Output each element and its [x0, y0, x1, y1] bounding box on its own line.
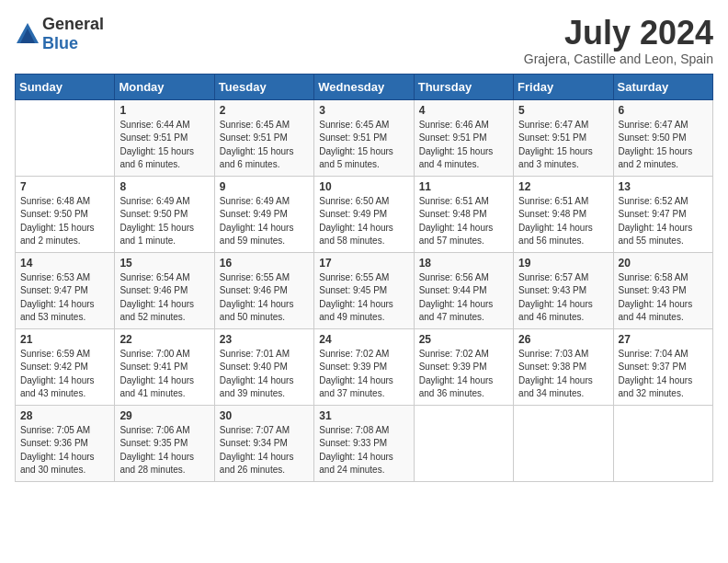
- day-number: 27: [619, 333, 708, 346]
- day-info: Sunrise: 6:47 AM Sunset: 9:51 PM Dayligh…: [518, 119, 608, 172]
- day-info: Sunrise: 7:00 AM Sunset: 9:41 PM Dayligh…: [119, 348, 209, 401]
- day-number: 15: [119, 257, 209, 270]
- logo-icon: [15, 21, 40, 47]
- day-info: Sunrise: 6:51 AM Sunset: 9:48 PM Dayligh…: [419, 195, 508, 248]
- calendar-cell: 5Sunrise: 6:47 AM Sunset: 9:51 PM Daylig…: [514, 99, 613, 176]
- day-number: 16: [220, 257, 309, 270]
- day-number: 2: [220, 104, 309, 117]
- day-number: 3: [319, 104, 408, 117]
- day-info: Sunrise: 7:01 AM Sunset: 9:40 PM Dayligh…: [220, 348, 309, 401]
- week-row-4: 21Sunrise: 6:59 AM Sunset: 9:42 PM Dayli…: [16, 328, 713, 405]
- day-number: 30: [220, 409, 309, 422]
- calendar-cell: [414, 405, 513, 481]
- title-block: July 2024 Grajera, Castille and Leon, Sp…: [524, 15, 713, 66]
- calendar-cell: 6Sunrise: 6:47 AM Sunset: 9:50 PM Daylig…: [613, 99, 712, 176]
- calendar-cell: 13Sunrise: 6:52 AM Sunset: 9:47 PM Dayli…: [613, 176, 712, 252]
- column-header-saturday: Saturday: [613, 74, 712, 99]
- calendar-cell: 22Sunrise: 7:00 AM Sunset: 9:41 PM Dayli…: [115, 328, 214, 405]
- day-number: 5: [518, 104, 608, 117]
- day-number: 6: [619, 104, 708, 117]
- calendar-cell: 8Sunrise: 6:49 AM Sunset: 9:50 PM Daylig…: [115, 176, 214, 252]
- day-info: Sunrise: 6:44 AM Sunset: 9:51 PM Dayligh…: [119, 119, 209, 172]
- calendar-cell: 20Sunrise: 6:58 AM Sunset: 9:43 PM Dayli…: [613, 252, 712, 328]
- day-info: Sunrise: 7:02 AM Sunset: 9:39 PM Dayligh…: [419, 348, 508, 401]
- calendar-cell: 29Sunrise: 7:06 AM Sunset: 9:35 PM Dayli…: [115, 405, 214, 481]
- day-info: Sunrise: 6:52 AM Sunset: 9:47 PM Dayligh…: [619, 195, 708, 248]
- day-number: 23: [220, 333, 309, 346]
- day-number: 12: [518, 180, 608, 193]
- column-header-wednesday: Wednesday: [314, 74, 414, 99]
- day-info: Sunrise: 7:06 AM Sunset: 9:35 PM Dayligh…: [119, 424, 209, 477]
- day-number: 28: [20, 409, 109, 422]
- calendar-cell: 16Sunrise: 6:55 AM Sunset: 9:46 PM Dayli…: [214, 252, 313, 328]
- calendar-cell: 3Sunrise: 6:45 AM Sunset: 9:51 PM Daylig…: [314, 99, 414, 176]
- day-number: 24: [319, 333, 408, 346]
- calendar-cell: 18Sunrise: 6:56 AM Sunset: 9:44 PM Dayli…: [414, 252, 513, 328]
- day-info: Sunrise: 7:04 AM Sunset: 9:37 PM Dayligh…: [619, 348, 708, 401]
- calendar-cell: 2Sunrise: 6:45 AM Sunset: 9:51 PM Daylig…: [214, 99, 313, 176]
- month-year: July 2024: [524, 15, 713, 52]
- calendar-cell: 19Sunrise: 6:57 AM Sunset: 9:43 PM Dayli…: [514, 252, 613, 328]
- calendar-cell: 21Sunrise: 6:59 AM Sunset: 9:42 PM Dayli…: [16, 328, 115, 405]
- day-info: Sunrise: 6:48 AM Sunset: 9:50 PM Dayligh…: [20, 195, 109, 248]
- day-number: 10: [319, 180, 408, 193]
- column-header-thursday: Thursday: [414, 74, 513, 99]
- logo-general: General: [42, 15, 104, 33]
- location: Grajera, Castille and Leon, Spain: [524, 52, 713, 66]
- calendar-cell: 24Sunrise: 7:02 AM Sunset: 9:39 PM Dayli…: [314, 328, 414, 405]
- logo: General Blue: [15, 15, 104, 53]
- day-info: Sunrise: 6:55 AM Sunset: 9:45 PM Dayligh…: [319, 271, 408, 325]
- day-info: Sunrise: 6:49 AM Sunset: 9:49 PM Dayligh…: [220, 195, 309, 248]
- calendar-cell: 15Sunrise: 6:54 AM Sunset: 9:46 PM Dayli…: [115, 252, 214, 328]
- week-row-2: 7Sunrise: 6:48 AM Sunset: 9:50 PM Daylig…: [16, 176, 713, 252]
- day-number: 9: [220, 180, 309, 193]
- day-number: 22: [119, 333, 209, 346]
- column-header-tuesday: Tuesday: [214, 74, 313, 99]
- day-info: Sunrise: 7:07 AM Sunset: 9:34 PM Dayligh…: [220, 424, 309, 477]
- calendar-cell: 4Sunrise: 6:46 AM Sunset: 9:51 PM Daylig…: [414, 99, 513, 176]
- day-info: Sunrise: 7:05 AM Sunset: 9:36 PM Dayligh…: [20, 424, 109, 477]
- day-info: Sunrise: 7:02 AM Sunset: 9:39 PM Dayligh…: [319, 348, 408, 401]
- day-info: Sunrise: 6:49 AM Sunset: 9:50 PM Dayligh…: [119, 195, 209, 248]
- calendar-cell: 7Sunrise: 6:48 AM Sunset: 9:50 PM Daylig…: [16, 176, 115, 252]
- day-number: 26: [518, 333, 608, 346]
- day-number: 7: [20, 180, 109, 193]
- calendar-cell: 12Sunrise: 6:51 AM Sunset: 9:48 PM Dayli…: [514, 176, 613, 252]
- day-number: 31: [319, 409, 408, 422]
- day-number: 17: [319, 257, 408, 270]
- column-header-sunday: Sunday: [16, 74, 115, 99]
- day-number: 4: [419, 104, 508, 117]
- day-info: Sunrise: 6:45 AM Sunset: 9:51 PM Dayligh…: [319, 119, 408, 172]
- day-number: 11: [419, 180, 508, 193]
- calendar-cell: 30Sunrise: 7:07 AM Sunset: 9:34 PM Dayli…: [214, 405, 313, 481]
- day-info: Sunrise: 6:53 AM Sunset: 9:47 PM Dayligh…: [20, 271, 109, 325]
- day-number: 29: [119, 409, 209, 422]
- day-number: 13: [619, 180, 708, 193]
- page-header: General Blue July 2024 Grajera, Castille…: [15, 15, 713, 66]
- calendar-cell: 10Sunrise: 6:50 AM Sunset: 9:49 PM Dayli…: [314, 176, 414, 252]
- day-number: 8: [119, 180, 209, 193]
- calendar-cell: [613, 405, 712, 481]
- day-info: Sunrise: 6:57 AM Sunset: 9:43 PM Dayligh…: [518, 271, 608, 325]
- day-number: 25: [419, 333, 508, 346]
- day-number: 21: [20, 333, 109, 346]
- calendar-cell: 26Sunrise: 7:03 AM Sunset: 9:38 PM Dayli…: [514, 328, 613, 405]
- day-info: Sunrise: 6:45 AM Sunset: 9:51 PM Dayligh…: [220, 119, 309, 172]
- day-number: 18: [419, 257, 508, 270]
- calendar-cell: 31Sunrise: 7:08 AM Sunset: 9:33 PM Dayli…: [314, 405, 414, 481]
- day-info: Sunrise: 6:58 AM Sunset: 9:43 PM Dayligh…: [619, 271, 708, 325]
- calendar-cell: 27Sunrise: 7:04 AM Sunset: 9:37 PM Dayli…: [613, 328, 712, 405]
- week-row-3: 14Sunrise: 6:53 AM Sunset: 9:47 PM Dayli…: [16, 252, 713, 328]
- day-info: Sunrise: 6:50 AM Sunset: 9:49 PM Dayligh…: [319, 195, 408, 248]
- calendar-cell: [16, 99, 115, 176]
- calendar-table: SundayMondayTuesdayWednesdayThursdayFrid…: [15, 74, 713, 482]
- calendar-cell: 23Sunrise: 7:01 AM Sunset: 9:40 PM Dayli…: [214, 328, 313, 405]
- days-header-row: SundayMondayTuesdayWednesdayThursdayFrid…: [16, 74, 713, 99]
- day-info: Sunrise: 6:46 AM Sunset: 9:51 PM Dayligh…: [419, 119, 508, 172]
- calendar-cell: 14Sunrise: 6:53 AM Sunset: 9:47 PM Dayli…: [16, 252, 115, 328]
- column-header-monday: Monday: [115, 74, 214, 99]
- week-row-5: 28Sunrise: 7:05 AM Sunset: 9:36 PM Dayli…: [16, 405, 713, 481]
- day-number: 20: [619, 257, 708, 270]
- logo-blue: Blue: [42, 34, 78, 52]
- calendar-cell: 28Sunrise: 7:05 AM Sunset: 9:36 PM Dayli…: [16, 405, 115, 481]
